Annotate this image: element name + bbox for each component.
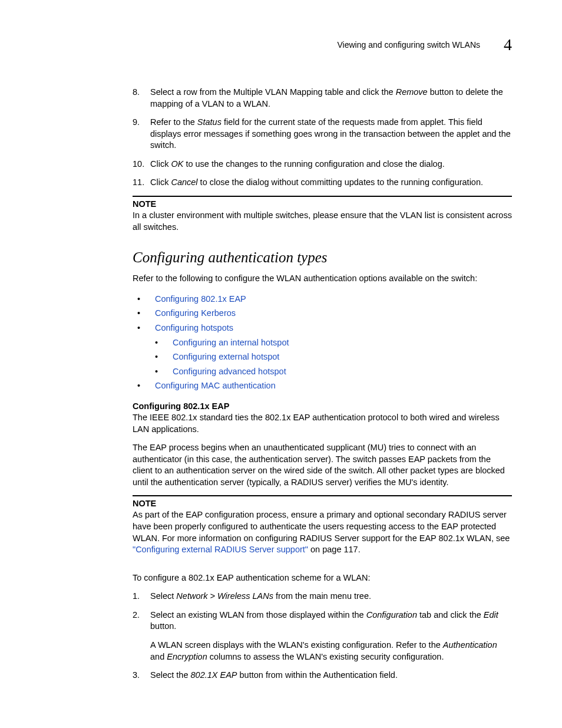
list-item: • Configuring MAC authentication — [133, 378, 512, 393]
step-text: Select a row from the Multiple VLAN Mapp… — [150, 87, 512, 110]
paragraph: To configure a 802.1x EAP authentication… — [133, 572, 512, 584]
italic-text: Remove — [396, 87, 428, 97]
note-text-pre: As part of the EAP configuration process… — [133, 510, 510, 542]
link-advanced-hotspot[interactable]: Configuring advanced hotspot — [173, 367, 286, 376]
note-body: As part of the EAP configuration process… — [133, 509, 512, 555]
step-number: 8. — [133, 87, 150, 110]
link-hotspots[interactable]: Configuring hotspots — [155, 323, 233, 332]
list-item: 9.Refer to the Status field for the curr… — [133, 117, 512, 151]
step-text: Select Network > Wireless LANs from the … — [150, 591, 512, 602]
italic-text: Encryption — [167, 652, 207, 661]
italic-text: Edit — [484, 610, 498, 620]
divider — [133, 495, 512, 496]
italic-text: Cancel — [171, 177, 197, 187]
italic-text: Status — [197, 117, 222, 127]
list-item: • Configuring 802.1x EAP — [133, 292, 512, 307]
step-text: Select the 802.1X EAP button from within… — [150, 670, 512, 681]
step-number: 11. — [133, 177, 150, 189]
section-heading: Configuring authentication types — [133, 249, 512, 266]
list-item: 2.Select an existing WLAN from those dis… — [133, 610, 512, 633]
paragraph: The EAP process begins when an unauthent… — [133, 442, 512, 488]
sub-bullet-list: • Configuring an internal hotspot • Conf… — [150, 335, 512, 379]
list-item: 1.Select Network > Wireless LANs from th… — [133, 591, 512, 602]
step-number: 3. — [133, 670, 150, 681]
note-label: NOTE — [133, 199, 512, 209]
link-kerberos[interactable]: Configuring Kerberos — [155, 308, 236, 318]
link-eap[interactable]: Configuring 802.1x EAP — [155, 294, 246, 304]
step-number: 10. — [133, 159, 150, 170]
paragraph: The IEEE 802.1x standard ties the 802.1x… — [133, 412, 512, 435]
bullet-icon: • — [133, 292, 155, 307]
list-item: • Configuring an internal hotspot — [150, 335, 512, 350]
step-number: 9. — [133, 117, 150, 151]
step-text: Refer to the Status field for the curren… — [150, 117, 512, 151]
divider — [133, 196, 512, 197]
step-number: 1. — [133, 591, 150, 602]
link-mac-auth[interactable]: Configuring MAC authentication — [155, 381, 276, 390]
bullet-icon: • — [133, 378, 155, 393]
italic-text: OK — [171, 159, 183, 169]
note-label: NOTE — [133, 499, 512, 508]
list-item: 8.Select a row from the Multiple VLAN Ma… — [133, 87, 512, 110]
list-item: 3.Select the 802.1X EAP button from with… — [133, 670, 512, 681]
link-external-hotspot[interactable]: Configuring external hotspot — [173, 352, 279, 361]
bullet-icon: • — [133, 321, 155, 335]
page-content: 8.Select a row from the Multiple VLAN Ma… — [133, 87, 512, 681]
list-item: 11.Click Cancel to close the dialog with… — [133, 177, 512, 189]
list-item: • Configuring Kerberos — [133, 306, 512, 321]
italic-text: Configuration — [366, 610, 417, 620]
list-item: • Configuring hotspots — [133, 321, 512, 335]
italic-text: Network > Wireless LANs — [176, 591, 273, 601]
step-text: Click OK to use the changes to the runni… — [150, 159, 512, 170]
note-body: In a cluster environment with multiple s… — [133, 210, 512, 233]
ordered-list-b: 1.Select Network > Wireless LANs from th… — [133, 591, 512, 681]
italic-text: Authentication — [443, 640, 497, 650]
step-text: Select an existing WLAN from those displ… — [150, 610, 512, 633]
note-text-post: on page 117. — [308, 545, 361, 554]
italic-text: 802.1X EAP — [191, 670, 237, 680]
bullet-icon: • — [133, 306, 155, 321]
list-item: • Configuring advanced hotspot — [150, 364, 512, 379]
bullet-icon: • — [150, 335, 173, 350]
bullet-icon: • — [150, 364, 173, 379]
header-title: Viewing and configuring switch WLANs — [337, 40, 480, 50]
list-item: 10.Click OK to use the changes to the ru… — [133, 159, 512, 170]
step-sub-paragraph: A WLAN screen displays with the WLAN's e… — [133, 640, 512, 663]
intro-paragraph: Refer to the following to configure the … — [133, 273, 512, 285]
step-text: Click Cancel to close the dialog without… — [150, 177, 512, 189]
list-item: • Configuring external hotspot — [150, 350, 512, 364]
sub-heading: Configuring 802.1x EAP — [133, 401, 512, 411]
page-header: Viewing and configuring switch WLANs 4 — [50, 35, 512, 54]
step-number: 2. — [133, 610, 150, 633]
ordered-list-a: 8.Select a row from the Multiple VLAN Ma… — [133, 87, 512, 189]
link-radius-support[interactable]: "Configuring external RADIUS Server supp… — [133, 545, 308, 554]
document-page: Viewing and configuring switch WLANs 4 8… — [0, 0, 562, 728]
link-internal-hotspot[interactable]: Configuring an internal hotspot — [173, 338, 289, 347]
step-sub-text: A WLAN screen displays with the WLAN's e… — [150, 640, 512, 663]
bullet-icon: • — [150, 350, 173, 364]
chapter-number: 4 — [504, 35, 512, 54]
bullet-list: • Configuring 802.1x EAP • Configuring K… — [133, 292, 512, 393]
